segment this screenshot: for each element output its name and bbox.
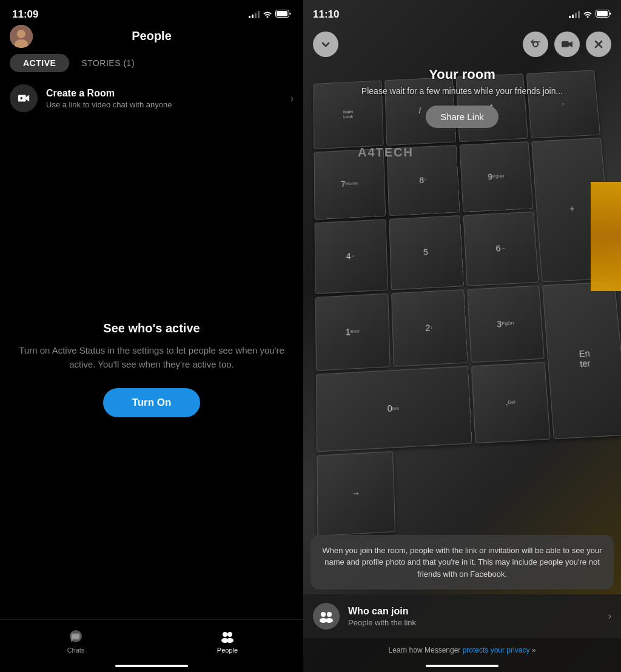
close-button[interactable]: [586, 32, 611, 57]
battery-icon: [275, 10, 291, 19]
brand-label: A4TECH: [358, 146, 414, 160]
status-bar-left: 11:09: [0, 0, 303, 24]
status-icons-right: [569, 9, 611, 20]
who-can-join-text: Who can join People with the link: [348, 606, 608, 627]
tab-stories[interactable]: STORIES (1): [81, 58, 135, 68]
chevron-right-icon: ›: [290, 93, 294, 104]
who-chevron-icon: ›: [608, 611, 611, 622]
learn-suffix: »: [529, 646, 535, 654]
your-room-title: Your room: [303, 67, 621, 82]
tab-active[interactable]: ACTIVE: [10, 54, 69, 72]
share-link-button[interactable]: Share Link: [426, 106, 498, 128]
svg-point-21: [326, 618, 333, 623]
camera-flip-icon: [529, 38, 542, 50]
who-can-join-row[interactable]: Who can join People with the link ›: [303, 594, 621, 638]
who-can-join-icon: [313, 603, 340, 630]
signal-bars-right-icon: [569, 11, 580, 18]
chats-icon: [68, 628, 84, 644]
time-right: 11:10: [313, 8, 339, 21]
your-room-subtitle: Please wait for a few minutes while your…: [303, 86, 621, 96]
bottom-sheet: When you join the room, people with the …: [303, 535, 621, 673]
see-whos-active: See who's active Turn on Active Status i…: [0, 119, 303, 619]
svg-point-13: [226, 638, 233, 643]
svg-point-3: [17, 30, 25, 38]
people-group-icon: [318, 608, 334, 624]
svg-rect-17: [562, 41, 569, 47]
privacy-notice: When you join the room, people with the …: [310, 535, 614, 590]
learn-privacy-link[interactable]: protects your privacy: [463, 646, 530, 654]
people-icon: [220, 628, 235, 644]
nav-chats-label: Chats: [67, 647, 85, 654]
page-title: People: [132, 29, 172, 43]
svg-point-10: [223, 632, 227, 637]
svg-rect-15: [597, 11, 608, 16]
keyboard-visual: NumLock / * - 7Home 8↑ 9PgUp + 4← 5 6→ 1…: [307, 64, 621, 543]
home-indicator-right: [426, 665, 498, 667]
see-active-description: Turn on Active Status in the settings to…: [18, 344, 285, 371]
avatar[interactable]: [10, 25, 33, 48]
nav-item-chats[interactable]: Chats: [0, 625, 152, 657]
svg-rect-1: [277, 11, 287, 16]
nav-item-people[interactable]: People: [152, 625, 303, 657]
turn-on-button[interactable]: Turn On: [103, 388, 201, 417]
header-left: People: [0, 24, 303, 49]
nav-people-label: People: [217, 647, 238, 654]
right-panel: NumLock / * - 7Home 8↑ 9PgUp + 4← 5 6→ 1…: [303, 0, 621, 672]
your-room-section: Your room Please wait for a few minutes …: [303, 67, 621, 128]
learn-prefix: Learn how Messenger: [389, 646, 463, 654]
video-button[interactable]: [554, 32, 580, 57]
time-left: 11:09: [12, 8, 38, 21]
create-room-title: Create a Room: [46, 88, 290, 99]
create-room-text: Create a Room Use a link to video chat w…: [46, 88, 290, 109]
close-icon: [592, 38, 605, 50]
svg-point-18: [321, 612, 326, 617]
chevron-down-button[interactable]: [313, 32, 338, 57]
signal-bars-icon: [249, 11, 260, 18]
tabs: ACTIVE STORIES (1): [0, 49, 303, 77]
svg-point-11: [227, 632, 232, 637]
top-right-controls: [523, 32, 611, 57]
yellow-strip: [591, 182, 621, 291]
chevron-down-icon: [320, 38, 332, 50]
status-bar-right: 11:10: [303, 0, 621, 24]
bottom-nav: Chats People: [0, 619, 303, 672]
create-room-subtitle: Use a link to video chat with anyone: [46, 100, 290, 109]
see-active-title: See who's active: [103, 321, 200, 335]
camera-flip-button[interactable]: [523, 32, 548, 57]
video-icon: [561, 38, 573, 50]
top-controls: [303, 32, 621, 57]
status-icons-left: [249, 10, 291, 19]
home-indicator-left: [115, 665, 188, 667]
who-can-join-title: Who can join: [348, 606, 608, 617]
svg-point-19: [327, 612, 332, 617]
who-can-join-subtitle: People with the link: [348, 618, 608, 627]
privacy-notice-text: When you join the room, people with the …: [322, 546, 602, 579]
learn-privacy-text: Learn how Messenger protects your privac…: [389, 646, 536, 654]
svg-point-16: [533, 42, 538, 47]
create-room-row[interactable]: Create a Room Use a link to video chat w…: [0, 77, 303, 119]
battery-right-icon: [596, 9, 611, 20]
create-room-icon: [10, 84, 38, 112]
wifi-icon: [263, 10, 272, 19]
wifi-right-icon: [583, 9, 592, 20]
left-panel: 11:09: [0, 0, 303, 672]
